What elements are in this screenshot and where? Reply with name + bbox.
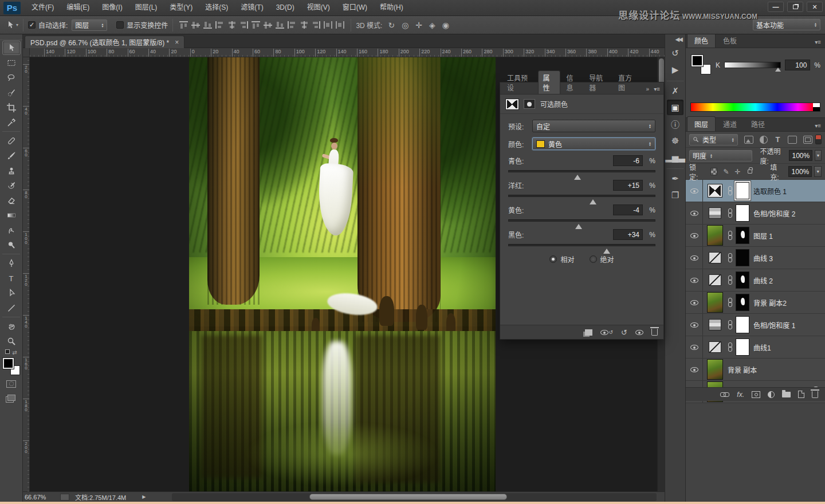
menu-item[interactable]: 文件(F) <box>25 0 60 15</box>
properties-panel-icon[interactable]: ▣ <box>667 100 683 115</box>
layer-visibility-toggle[interactable] <box>686 180 703 202</box>
slider-value-input[interactable]: +34 <box>613 229 643 240</box>
layer-name[interactable]: 曲线1 <box>753 342 771 352</box>
layer-thumbnail[interactable] <box>706 180 724 201</box>
quick-mask-button[interactable] <box>5 379 18 389</box>
lock-transparency-icon[interactable] <box>710 168 718 175</box>
close-tab-icon[interactable]: × <box>175 38 179 46</box>
align-icon[interactable] <box>239 21 248 29</box>
layer-visibility-toggle[interactable] <box>686 359 703 380</box>
slider-track[interactable] <box>508 170 655 172</box>
layer-visibility-toggle[interactable] <box>686 336 703 358</box>
panel-menu-icon[interactable]: ▾≡ <box>811 39 825 48</box>
layer-mask-thumbnail[interactable] <box>736 249 749 266</box>
layer-style-icon[interactable]: fx. <box>737 391 744 399</box>
filter-type-dropdown[interactable]: 类型 ▲▼ <box>689 134 738 145</box>
swap-colors-mini[interactable]: ⇄ <box>0 349 22 356</box>
layer-name[interactable]: 图层 1 <box>753 231 773 241</box>
3d-mode-icon[interactable]: ↻ <box>388 21 395 30</box>
slider-value-input[interactable]: -6 <box>613 155 643 166</box>
scrollbar-thumb[interactable] <box>309 494 507 500</box>
align-icon[interactable] <box>276 21 284 29</box>
layer-thumbnail[interactable] <box>706 203 724 223</box>
layer-name[interactable]: 色相/饱和度 2 <box>753 208 795 218</box>
menu-item[interactable]: 编辑(E) <box>60 0 96 15</box>
more-panels-icon[interactable]: » <box>646 86 650 92</box>
3d-mode-icon[interactable]: ◉ <box>442 21 449 30</box>
marquee-tool[interactable] <box>2 56 21 70</box>
brush-tool[interactable] <box>2 148 21 163</box>
panel-tab[interactable]: 直方图 <box>614 71 642 94</box>
history-panel-icon[interactable]: ↺ <box>667 45 683 61</box>
auto-select-checkbox[interactable]: ✓ <box>28 21 36 29</box>
blend-mode-dropdown[interactable]: 明度 ▲▼ <box>689 150 752 162</box>
close-button[interactable]: ✕ <box>807 2 823 12</box>
menu-item[interactable]: 选择(S) <box>199 0 234 15</box>
info-panel-icon[interactable]: ⓘ <box>667 116 683 132</box>
layer-visibility-toggle[interactable] <box>686 314 703 336</box>
horizontal-ruler[interactable]: 1401201008060402002040608010012014016018… <box>30 48 665 57</box>
panel-tab[interactable]: 通道 <box>716 117 744 131</box>
menu-item[interactable]: 3D(D) <box>270 0 301 15</box>
panel-tab[interactable]: 路径 <box>744 117 772 131</box>
panel-menu-icon[interactable]: ▾≡ <box>811 123 825 131</box>
slider-track[interactable] <box>508 219 655 222</box>
collapse-dock-icon[interactable]: ◀◀ <box>665 34 685 44</box>
layer-row[interactable]: 曲线 3 <box>686 247 825 269</box>
foreground-color-swatch[interactable] <box>692 55 703 66</box>
layer-thumbnail[interactable] <box>706 270 724 290</box>
layer-row[interactable]: 背景 副本 <box>686 359 825 381</box>
reset-icon[interactable]: ↺ <box>621 328 627 337</box>
actions-panel-icon[interactable]: ▶ <box>667 62 683 77</box>
layer-thumbnail[interactable] <box>706 247 724 268</box>
align-icon[interactable] <box>336 21 344 29</box>
panel-tab[interactable]: 属性 <box>538 70 561 94</box>
delete-layer-icon[interactable] <box>812 391 818 398</box>
clone-source-panel-icon[interactable]: ❐ <box>667 187 683 203</box>
preset-dropdown[interactable]: 自定 ▲▼ <box>532 120 655 132</box>
fill-value-input[interactable]: 100% <box>788 166 812 177</box>
slider-thumb[interactable] <box>603 245 610 254</box>
3d-mode-icon[interactable]: ◈ <box>429 21 435 30</box>
layer-row[interactable]: 曲线 2 <box>686 269 825 292</box>
gradient-tool[interactable] <box>2 208 21 222</box>
menu-item[interactable]: 类型(Y) <box>163 0 199 15</box>
layer-row[interactable]: 图层 1 <box>686 225 825 247</box>
healing-brush-tool[interactable] <box>2 133 21 148</box>
slider-track[interactable] <box>508 195 655 197</box>
layer-mask-thumbnail[interactable] <box>736 338 749 356</box>
align-icon[interactable] <box>203 21 212 29</box>
minimize-button[interactable]: — <box>768 2 784 12</box>
delete-adjustment-icon[interactable] <box>651 329 658 336</box>
slider-thumb[interactable] <box>575 220 582 229</box>
chevron-down-icon[interactable]: ▼ <box>814 166 822 177</box>
view-previous-state-icon[interactable]: ↺ <box>600 329 614 335</box>
layer-name[interactable]: 背景 副本 <box>728 365 757 375</box>
layer-mask-thumbnail[interactable] <box>736 182 749 199</box>
photo-document[interactable] <box>189 57 496 491</box>
layer-thumbnail[interactable] <box>706 225 724 246</box>
layer-name[interactable]: 曲线 2 <box>753 275 773 285</box>
slider-thumb[interactable] <box>590 196 596 204</box>
path-selection-tool[interactable] <box>2 286 21 300</box>
panel-menu-icon[interactable]: ▾≡ <box>654 86 660 92</box>
type-tool[interactable] <box>2 271 21 285</box>
restore-button[interactable] <box>787 2 803 12</box>
layer-thumbnail[interactable] <box>706 337 724 357</box>
filter-shape-layers-icon[interactable] <box>788 136 797 144</box>
slider-track[interactable] <box>508 244 655 246</box>
menu-item[interactable]: 图像(I) <box>96 0 128 15</box>
layer-name[interactable]: 色相/饱和度 1 <box>753 320 795 330</box>
menu-item[interactable]: 窗口(W) <box>336 0 374 15</box>
pen-tool[interactable] <box>2 256 21 270</box>
slider-thumb[interactable] <box>574 171 581 180</box>
tool-presets-panel-icon[interactable]: ✗ <box>667 81 683 99</box>
panel-tab[interactable]: 导航器 <box>584 71 612 94</box>
menu-item[interactable]: 帮助(H) <box>374 0 410 15</box>
layer-name[interactable]: 曲线 3 <box>753 253 773 263</box>
align-icon[interactable] <box>227 21 236 29</box>
layer-mask-thumbnail[interactable] <box>736 227 749 244</box>
k-value-input[interactable]: 100 <box>785 60 810 70</box>
crop-tool[interactable] <box>2 100 21 115</box>
move-tool[interactable] <box>2 41 21 55</box>
